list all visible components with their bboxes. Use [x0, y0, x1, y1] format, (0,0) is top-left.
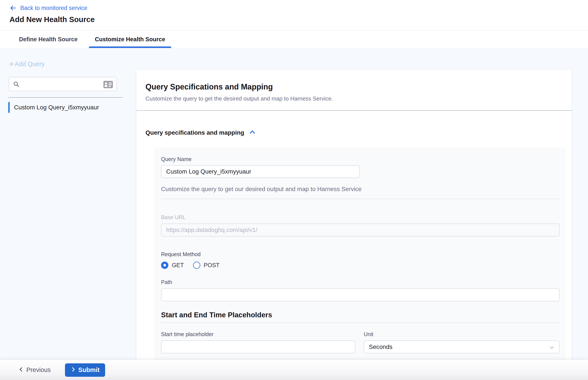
chevron-down-icon	[549, 344, 555, 352]
page-title: Add New Health Source	[10, 15, 588, 24]
query-form-panel: Query Name Customize the query to get ou…	[154, 147, 566, 360]
radio-option-get[interactable]: GET	[161, 262, 184, 269]
query-spec-card: Query Specifications and Mapping Customi…	[137, 70, 571, 360]
start-time-field: Start time placeholder	[161, 331, 355, 353]
card-header: Query Specifications and Mapping Customi…	[137, 70, 571, 111]
path-input[interactable]	[161, 288, 559, 301]
unit-select-value: Seconds	[369, 343, 392, 350]
radio-option-post[interactable]: POST	[193, 262, 220, 269]
submit-button[interactable]: Submit	[65, 363, 105, 377]
chevron-right-icon	[70, 366, 76, 374]
arrow-left-icon	[10, 4, 17, 12]
radio-selected-icon	[161, 262, 168, 269]
section-heading: Query specifications and mapping	[145, 129, 244, 136]
card-view-icon[interactable]	[103, 81, 113, 89]
search-icon	[13, 81, 20, 89]
page-header: Back to monitored service Add New Health…	[0, 0, 588, 31]
submit-button-label: Submit	[78, 366, 100, 374]
placeholders-heading: Start and End Time Placeholders	[161, 311, 559, 319]
sidebar-divider	[8, 97, 123, 98]
chevron-up-icon	[249, 129, 256, 137]
card-title: Query Specifications and Mapping	[145, 82, 563, 92]
form-divider	[161, 199, 559, 199]
wizard-tabbar: Define Health Source Customize Health So…	[0, 31, 588, 48]
path-label: Path	[161, 279, 559, 285]
unit-label: Unit	[364, 331, 559, 337]
unit-field: Unit Seconds	[364, 331, 559, 353]
back-link-label: Back to monitored service	[20, 5, 87, 11]
previous-button[interactable]: Previous	[18, 366, 51, 374]
tab-label: Define Health Source	[19, 36, 78, 43]
wizard-footer: Previous Submit	[0, 360, 588, 380]
start-time-input[interactable]	[161, 341, 355, 353]
selected-indicator-bar	[8, 102, 10, 113]
content-area: + Add Query Custom Log Query_i5xmyyuaur	[0, 48, 588, 360]
start-time-label: Start time placeholder	[161, 331, 355, 337]
placeholders-row: Start time placeholder Unit Seconds	[161, 331, 559, 353]
tab-customize-health-source[interactable]: Customize Health Source	[89, 31, 171, 48]
card-subtitle: Customize the query to get the desired o…	[145, 95, 563, 102]
query-name-input[interactable]	[161, 165, 360, 178]
query-name-label: Query Name	[161, 156, 559, 162]
tab-label: Customize Health Source	[95, 36, 165, 43]
query-search-input[interactable]	[23, 77, 100, 91]
plus-icon: +	[9, 61, 14, 67]
tab-define-health-source[interactable]: Define Health Source	[13, 31, 84, 48]
query-item-label: Custom Log Query_i5xmyyuaur	[14, 104, 99, 111]
previous-button-label: Previous	[26, 366, 51, 374]
base-url-input[interactable]	[161, 224, 559, 236]
add-query-button[interactable]: + Add Query	[9, 60, 45, 68]
request-method-label: Request Method	[161, 251, 559, 257]
radio-unselected-icon	[193, 262, 200, 269]
radio-label: GET	[172, 262, 184, 269]
section-heading-row: Query specifications and mapping	[145, 129, 571, 137]
query-search-box	[9, 77, 117, 91]
chevron-left-icon	[18, 366, 24, 374]
radio-label: POST	[204, 262, 220, 269]
base-url-label: Base URL	[161, 214, 559, 221]
collapse-section-button[interactable]	[249, 129, 256, 137]
query-name-helper: Customize the query to get our desired o…	[161, 186, 559, 193]
add-query-label: Add Query	[15, 60, 45, 68]
unit-select[interactable]: Seconds	[364, 341, 559, 353]
subsection-divider	[161, 323, 559, 323]
query-list-item[interactable]: Custom Log Query_i5xmyyuaur	[8, 101, 123, 114]
back-link[interactable]: Back to monitored service	[10, 4, 588, 12]
request-method-radio-group: GET POST	[161, 261, 559, 270]
